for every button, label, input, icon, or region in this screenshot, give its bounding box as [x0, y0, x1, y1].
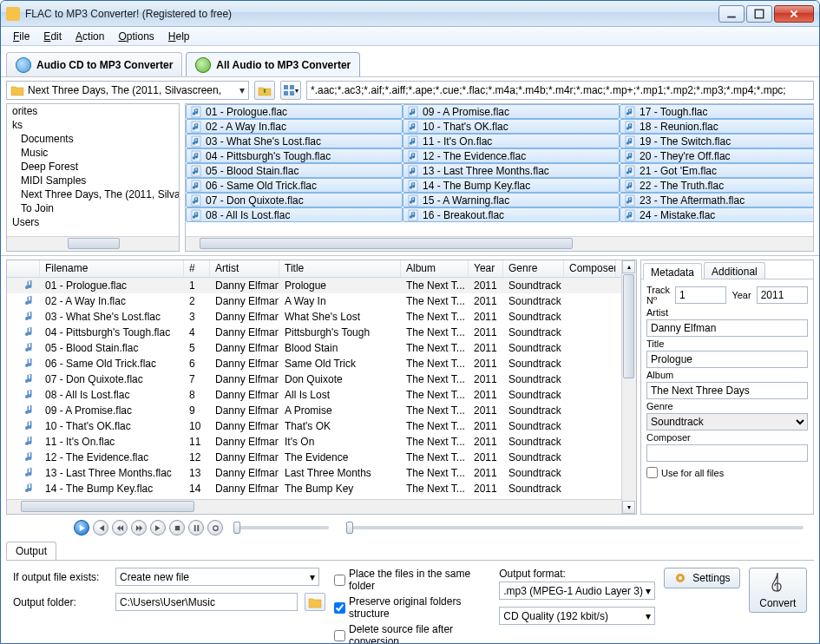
track-table[interactable]: Filename # Artist Title Album Year Genre…: [6, 260, 637, 515]
same-folder-checkbox[interactable]: [334, 575, 345, 586]
play-button[interactable]: [74, 520, 89, 536]
seek-slider[interactable]: [346, 526, 804, 529]
settings-button[interactable]: Settings: [664, 568, 739, 588]
col-title[interactable]: Title: [279, 260, 401, 277]
pause-button[interactable]: [188, 520, 204, 536]
composer-field[interactable]: [646, 444, 808, 462]
tree-item[interactable]: Music: [7, 146, 179, 160]
file-item[interactable]: 18 - Reunion.flac: [620, 119, 813, 134]
file-item[interactable]: 04 - Pittsburgh's Tough.flac: [186, 148, 403, 163]
col-num[interactable]: #: [184, 260, 210, 277]
year-field[interactable]: [757, 286, 808, 304]
menu-action[interactable]: Action: [69, 29, 111, 44]
file-item[interactable]: 16 - Breakout.flac: [403, 207, 620, 222]
col-album[interactable]: Album: [401, 260, 469, 277]
folder-combo[interactable]: Next Three Days, The (2011, Silvascreen,…: [6, 81, 249, 100]
table-row[interactable]: 10 - That's OK.flac10Danny ElfmanThat's …: [7, 418, 621, 434]
if-exists-combo[interactable]: Create new file▾: [115, 568, 319, 586]
tree-item[interactable]: To Join: [7, 201, 179, 215]
album-field[interactable]: [646, 382, 808, 399]
volume-slider[interactable]: [233, 526, 329, 529]
file-item[interactable]: 22 - The Truth.flac: [620, 178, 813, 193]
file-item[interactable]: 15 - A Warning.flac: [403, 193, 620, 207]
table-row[interactable]: 03 - What She's Lost.flac3Danny ElfmanWh…: [7, 309, 621, 325]
table-row[interactable]: 01 - Prologue.flac1Danny ElfmanPrologueT…: [7, 278, 621, 293]
close-button[interactable]: [774, 5, 814, 23]
table-row[interactable]: 06 - Same Old Trick.flac6Danny ElfmanSam…: [7, 356, 621, 371]
file-item[interactable]: 10 - That's OK.flac: [403, 119, 620, 134]
menu-file[interactable]: File: [6, 29, 36, 44]
tab-all-audio[interactable]: All Audio to MP3 Converter: [186, 52, 360, 76]
table-row[interactable]: 13 - Last Three Months.flac13Danny Elfma…: [7, 465, 621, 481]
file-item[interactable]: 09 - A Promise.flac: [403, 104, 620, 119]
tab-output[interactable]: Output: [6, 542, 56, 560]
table-vscroll[interactable]: ▴ ▾: [621, 260, 636, 514]
table-row[interactable]: 14 - The Bump Key.flac14Danny ElfmanThe …: [7, 481, 621, 496]
output-format-combo[interactable]: .mp3 (MPEG-1 Audio Layer 3)▾: [499, 582, 655, 600]
menu-help[interactable]: Help: [161, 29, 197, 44]
table-row[interactable]: 04 - Pittsburgh's Tough.flac4Danny Elfma…: [7, 325, 621, 340]
prev-track-button[interactable]: [93, 520, 108, 536]
maximize-button[interactable]: [746, 5, 772, 23]
file-item[interactable]: 12 - The Evidence.flac: [403, 148, 620, 163]
up-folder-button[interactable]: [254, 81, 275, 100]
file-filter[interactable]: *.aac;*.ac3;*.aif;*.aiff;*.ape;*.cue;*.f…: [306, 81, 814, 100]
genre-select[interactable]: Soundtrack: [646, 413, 808, 430]
table-row[interactable]: 07 - Don Quixote.flac7Danny ElfmanDon Qu…: [7, 371, 621, 387]
file-item[interactable]: 11 - It's On.flac: [403, 134, 620, 148]
loop-button[interactable]: [207, 520, 223, 536]
file-item[interactable]: 20 - They're Off.flac: [620, 148, 813, 163]
file-grid[interactable]: 01 - Prologue.flac02 - A Way In.flac03 -…: [185, 103, 814, 252]
tab-metadata[interactable]: Metadata: [643, 263, 702, 279]
col-artist[interactable]: Artist: [210, 260, 279, 277]
tree-item[interactable]: Users: [7, 215, 179, 229]
stop-button[interactable]: [169, 520, 185, 536]
tree-item[interactable]: Documents: [7, 132, 179, 146]
col-composer[interactable]: Composer: [564, 260, 616, 277]
table-row[interactable]: 02 - A Way In.flac2Danny ElfmanA Way InT…: [7, 293, 621, 309]
file-item[interactable]: 01 - Prologue.flac: [186, 104, 403, 119]
convert-button[interactable]: Convert: [749, 568, 807, 613]
file-item[interactable]: 17 - Tough.flac: [620, 104, 813, 119]
quality-combo[interactable]: CD Quality (192 kbit/s)▾: [499, 607, 655, 625]
preserve-structure-checkbox[interactable]: [334, 602, 345, 614]
tree-item[interactable]: MIDI Samples: [7, 174, 179, 187]
delete-source-checkbox[interactable]: [334, 630, 345, 641]
table-row[interactable]: 08 - All Is Lost.flac8Danny ElfmanAll Is…: [7, 387, 621, 403]
tab-additional[interactable]: Additional: [704, 262, 765, 279]
track-field[interactable]: [675, 286, 726, 304]
file-item[interactable]: 14 - The Bump Key.flac: [403, 178, 620, 193]
table-row[interactable]: 11 - It's On.flac11Danny ElfmanIt's OnTh…: [7, 434, 621, 450]
menu-options[interactable]: Options: [111, 29, 161, 44]
col-filename[interactable]: Filename: [40, 260, 184, 277]
forward-button[interactable]: [131, 520, 147, 536]
title-field[interactable]: [646, 351, 808, 368]
tree-item[interactable]: Next Three Days, The (2011, Silvas: [7, 187, 179, 201]
tree-item[interactable]: ks: [7, 118, 179, 132]
minimize-button[interactable]: [718, 5, 745, 23]
menu-edit[interactable]: Edit: [36, 29, 69, 44]
tree-item[interactable]: orites: [7, 104, 179, 118]
file-item[interactable]: 13 - Last Three Months.flac: [403, 163, 620, 178]
table-row[interactable]: 05 - Blood Stain.flac5Danny ElfmanBlood …: [7, 340, 621, 356]
file-item[interactable]: 02 - A Way In.flac: [186, 119, 403, 134]
file-item[interactable]: 23 - The Aftermath.flac: [620, 193, 813, 207]
next-track-button[interactable]: [150, 520, 166, 536]
file-item[interactable]: 07 - Don Quixote.flac: [186, 193, 403, 207]
table-hscroll[interactable]: [7, 499, 621, 514]
file-item[interactable]: 21 - Got 'Em.flac: [620, 163, 813, 178]
tree-item[interactable]: Deep Forest: [7, 160, 179, 174]
folder-tree[interactable]: oritesksDocumentsMusicDeep ForestMIDI Sa…: [6, 103, 180, 252]
file-item[interactable]: 03 - What She's Lost.flac: [186, 134, 403, 148]
tab-audio-cd[interactable]: Audio CD to MP3 Converter: [6, 52, 182, 76]
browse-folder-button[interactable]: [305, 593, 325, 611]
rewind-button[interactable]: [112, 520, 128, 536]
table-row[interactable]: 09 - A Promise.flac9Danny ElfmanA Promis…: [7, 403, 621, 418]
col-genre[interactable]: Genre: [503, 260, 564, 277]
file-item[interactable]: 08 - All Is Lost.flac: [186, 207, 403, 222]
file-item[interactable]: 06 - Same Old Trick.flac: [186, 178, 403, 193]
col-year[interactable]: Year: [469, 260, 503, 277]
view-mode-button[interactable]: ▾: [280, 81, 301, 100]
use-for-all-checkbox[interactable]: [646, 467, 658, 478]
file-item[interactable]: 19 - The Switch.flac: [620, 134, 813, 148]
